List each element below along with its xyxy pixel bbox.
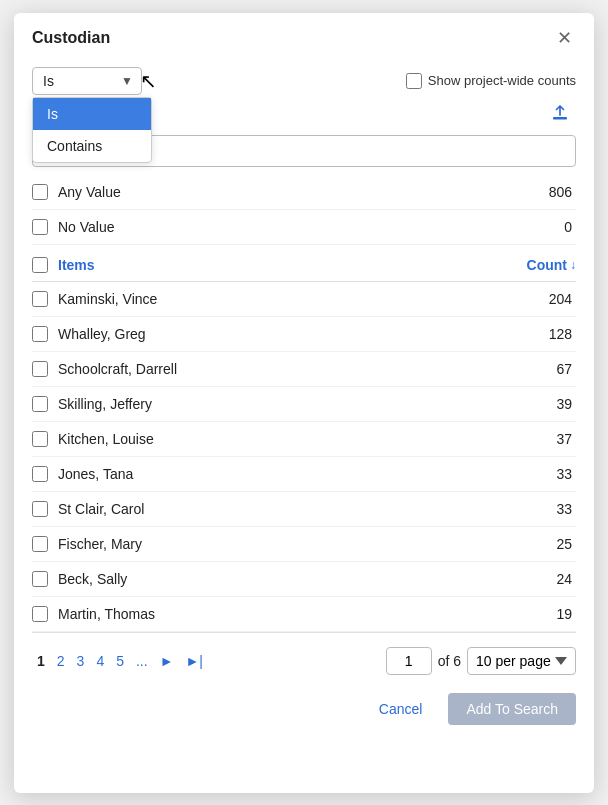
dialog-header: Custodian ✕ (14, 13, 594, 59)
toolbar-row: Is ▼ Is Contains ↖ Show project-wide cou… (14, 59, 594, 101)
table-row: Jones, Tana 33 (32, 457, 576, 492)
table-row: Skilling, Jeffery 39 (32, 387, 576, 422)
pagination-row: 1 2 3 4 5 ... ► ►| of 6 10 per page 25 p… (14, 633, 594, 681)
row-name-7: Fischer, Mary (58, 536, 142, 552)
row-count-8: 24 (556, 571, 576, 587)
table-row: Fischer, Mary 25 (32, 527, 576, 562)
data-row-left: Fischer, Mary (32, 536, 142, 552)
dialog-title: Custodian (32, 29, 110, 47)
table-row: Whalley, Greg 128 (32, 317, 576, 352)
items-table: Items Count ↓ Kaminski, Vince 204 Whalle… (14, 249, 594, 632)
row-count-5: 33 (556, 466, 576, 482)
table-row: Kaminski, Vince 204 (32, 282, 576, 317)
row-count-2: 67 (556, 361, 576, 377)
row-checkbox-5[interactable] (32, 466, 48, 482)
svg-rect-1 (553, 118, 567, 120)
table-body: Kaminski, Vince 204 Whalley, Greg 128 Sc… (32, 282, 576, 632)
export-button[interactable] (544, 101, 576, 125)
no-value-left: No Value (32, 219, 115, 235)
page-number-input[interactable] (386, 647, 432, 675)
of-label: of 6 (438, 653, 461, 669)
any-value-left: Any Value (32, 184, 121, 200)
cancel-button[interactable]: Cancel (365, 694, 437, 724)
any-value-checkbox[interactable] (32, 184, 48, 200)
sort-desc-icon: ↓ (570, 258, 576, 272)
page-link-last[interactable]: ►| (181, 651, 209, 671)
page-link-4[interactable]: 4 (91, 651, 109, 671)
col-count-header[interactable]: Count ↓ (527, 257, 576, 273)
any-value-label: Any Value (58, 184, 121, 200)
add-to-search-button[interactable]: Add To Search (448, 693, 576, 725)
table-header-left: Items (32, 257, 95, 273)
no-value-row: No Value 0 (32, 210, 576, 245)
data-row-left: Martin, Thomas (32, 606, 155, 622)
show-project-row: Show project-wide counts (406, 73, 576, 89)
cursor-icon: ↖ (140, 69, 157, 93)
row-name-2: Schoolcraft, Darrell (58, 361, 177, 377)
row-checkbox-8[interactable] (32, 571, 48, 587)
page-link-5[interactable]: 5 (111, 651, 129, 671)
row-checkbox-0[interactable] (32, 291, 48, 307)
export-icon (550, 103, 570, 123)
data-row-left: Schoolcraft, Darrell (32, 361, 177, 377)
row-name-5: Jones, Tana (58, 466, 133, 482)
row-name-9: Martin, Thomas (58, 606, 155, 622)
data-row-left: Skilling, Jeffery (32, 396, 152, 412)
page-link-3[interactable]: 3 (72, 651, 90, 671)
page-link-next[interactable]: ► (155, 651, 179, 671)
row-name-3: Skilling, Jeffery (58, 396, 152, 412)
row-checkbox-7[interactable] (32, 536, 48, 552)
table-row: Kitchen, Louise 37 (32, 422, 576, 457)
filter-dropdown-button[interactable]: Is ▼ (32, 67, 142, 95)
data-row-left: Jones, Tana (32, 466, 133, 482)
page-of-section: of 6 10 per page 25 per page 50 per page (386, 647, 576, 675)
row-count-9: 19 (556, 606, 576, 622)
any-no-value-section: Any Value 806 No Value 0 (14, 175, 594, 245)
row-checkbox-3[interactable] (32, 396, 48, 412)
show-project-checkbox[interactable] (406, 73, 422, 89)
per-page-select[interactable]: 10 per page 25 per page 50 per page (467, 647, 576, 675)
close-button[interactable]: ✕ (553, 27, 576, 49)
row-name-1: Whalley, Greg (58, 326, 146, 342)
row-checkbox-1[interactable] (32, 326, 48, 342)
any-value-row: Any Value 806 (32, 175, 576, 210)
data-row-left: Whalley, Greg (32, 326, 146, 342)
page-link-2[interactable]: 2 (52, 651, 70, 671)
page-link-ellipsis: ... (131, 651, 153, 671)
filter-dropdown-container: Is ▼ Is Contains ↖ (32, 67, 142, 95)
table-row: St Clair, Carol 33 (32, 492, 576, 527)
table-header: Items Count ↓ (32, 249, 576, 282)
data-row-left: Kaminski, Vince (32, 291, 157, 307)
no-value-checkbox[interactable] (32, 219, 48, 235)
no-value-count: 0 (564, 219, 576, 235)
row-checkbox-9[interactable] (32, 606, 48, 622)
select-all-checkbox[interactable] (32, 257, 48, 273)
col-items-header: Items (58, 257, 95, 273)
row-count-0: 204 (549, 291, 576, 307)
filter-option-is[interactable]: Is (33, 98, 151, 130)
table-row: Beck, Sally 24 (32, 562, 576, 597)
data-row-left: Kitchen, Louise (32, 431, 154, 447)
filter-dropdown-menu: Is Contains (32, 97, 152, 163)
row-name-6: St Clair, Carol (58, 501, 144, 517)
row-checkbox-6[interactable] (32, 501, 48, 517)
row-count-6: 33 (556, 501, 576, 517)
row-count-7: 25 (556, 536, 576, 552)
row-checkbox-2[interactable] (32, 361, 48, 377)
row-name-8: Beck, Sally (58, 571, 127, 587)
row-name-0: Kaminski, Vince (58, 291, 157, 307)
page-links: 1 2 3 4 5 ... ► ►| (32, 651, 208, 671)
row-count-3: 39 (556, 396, 576, 412)
filter-value-label: Is (43, 73, 54, 89)
page-link-1[interactable]: 1 (32, 651, 50, 671)
data-row-left: St Clair, Carol (32, 501, 144, 517)
data-row-left: Beck, Sally (32, 571, 127, 587)
table-row: Martin, Thomas 19 (32, 597, 576, 632)
no-value-label: No Value (58, 219, 115, 235)
filter-option-contains[interactable]: Contains (33, 130, 151, 162)
action-row: Cancel Add To Search (14, 681, 594, 729)
custodian-dialog: Custodian ✕ Is ▼ Is Contains ↖ Show proj… (14, 13, 594, 793)
row-checkbox-4[interactable] (32, 431, 48, 447)
chevron-down-icon: ▼ (121, 74, 133, 88)
table-row: Schoolcraft, Darrell 67 (32, 352, 576, 387)
